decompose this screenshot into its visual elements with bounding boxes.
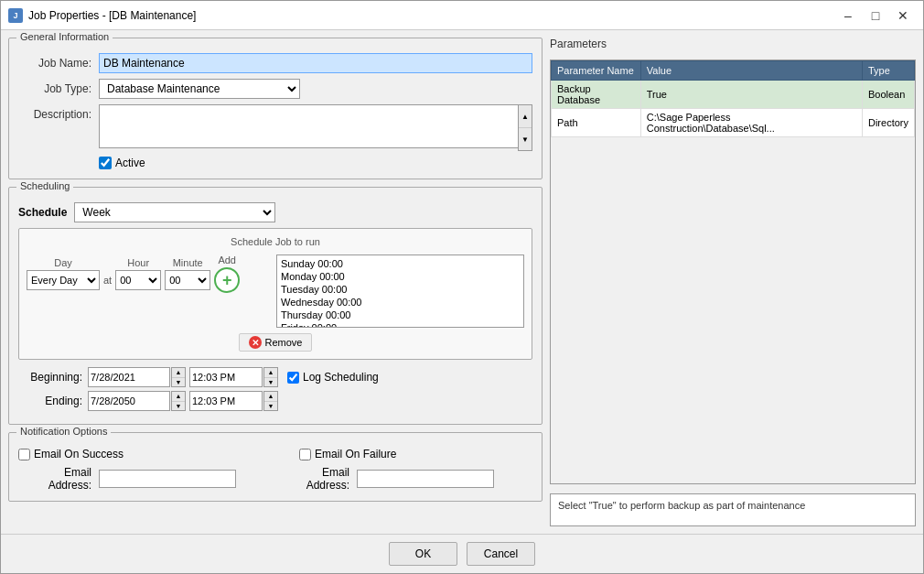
parameters-title: Parameters [550,38,916,50]
list-item: Friday 00:00 [279,321,521,328]
log-scheduling-row: Log Scheduling [287,371,379,384]
minimize-button[interactable]: – [835,5,861,27]
ending-date-up[interactable]: ▲ [172,392,185,401]
app-icon: J [8,8,23,23]
schedule-list[interactable]: Sunday 00:00 Monday 00:00 Tuesday 00:00 … [276,255,524,328]
list-item: Thursday 00:00 [279,309,521,321]
day-label: Day [54,257,72,268]
param-type: Boolean [862,81,914,109]
col-header-type: Type [862,61,914,81]
title-bar: J Job Properties - [DB Maintenance] – □ … [1,1,923,30]
scheduling-group: Scheduling Schedule Week Day Month Sched… [8,187,543,425]
email-on-success-label: Email On Success [34,448,124,460]
desc-scroll-up[interactable]: ▲ [519,105,532,128]
param-name: Backup Database [552,81,641,109]
beginning-time-up[interactable]: ▲ [264,368,277,377]
bottom-bar: OK Cancel [1,534,923,573]
hour-col: Hour 00010203 04050607 08091011 12 [115,257,161,290]
add-schedule-button[interactable]: + [214,267,240,293]
email-address-label-2: Email Address: [276,466,349,492]
col-header-value: Value [640,61,862,81]
description-input[interactable] [99,104,532,148]
email-on-failure-label: Email On Failure [315,448,396,460]
at-label: at [103,275,112,286]
day-select[interactable]: Every Day Sunday Monday Tuesday Wednesda… [27,270,100,290]
active-row: Active [99,157,532,169]
desc-scroll-down[interactable]: ▼ [519,128,532,150]
param-value: C:\Sage Paperless Construction\Database\… [640,109,862,137]
beginning-date-down[interactable]: ▼ [172,377,185,387]
hint-text: Select "True" to perform backup as part … [558,500,805,511]
parameters-table: Parameter Name Value Type Backup Databas… [551,60,915,137]
ending-time-spinner[interactable]: ▲ ▼ [263,391,278,411]
email-on-failure-checkbox[interactable] [299,449,311,460]
list-item: Wednesday 00:00 [279,296,521,309]
email-address-failure-input[interactable] [357,470,494,488]
schedule-label: Schedule [18,206,67,219]
email-on-success-checkbox[interactable] [18,449,30,460]
job-name-input[interactable] [99,53,532,73]
active-checkbox[interactable] [99,157,112,169]
remove-row: ✕ Remove [27,333,524,352]
job-name-row: Job Name: [18,53,532,73]
col-header-name: Parameter Name [552,61,641,81]
maximize-button[interactable]: □ [863,5,888,27]
minute-col: Minute 00153045 [165,257,210,290]
scheduling-title: Scheduling [16,180,73,191]
beginning-label: Beginning: [18,371,82,384]
beginning-date-spinner[interactable]: ▲ ▼ [171,367,186,387]
general-info-title: General Information [16,31,113,42]
job-type-label: Job Type: [18,82,91,95]
minute-label: Minute [173,257,203,268]
ending-label: Ending: [18,395,82,407]
add-btn-col: Add + [214,255,240,293]
ending-time-input[interactable] [189,391,263,411]
remove-icon: ✕ [249,336,262,349]
cancel-button[interactable]: Cancel [467,542,535,566]
schedule-row: Schedule Week Day Month [18,202,532,222]
email-address-success-input[interactable] [99,470,236,488]
close-button[interactable]: ✕ [890,5,916,27]
job-name-label: Job Name: [18,57,91,70]
schedule-inner-title: Schedule Job to run [27,236,524,247]
remove-button[interactable]: ✕ Remove [239,333,313,352]
ending-date-input[interactable] [88,391,170,411]
window-title: Job Properties - [DB Maintenance] [28,9,835,22]
ending-time-up[interactable]: ▲ [264,392,277,401]
description-row: Description: ▲ ▼ [18,104,532,151]
param-value: True [640,81,862,109]
email-address-label-1: Email Address: [18,466,91,492]
hour-select[interactable]: 00010203 04050607 08091011 12 [115,270,161,290]
beginning-date-input[interactable] [88,367,170,387]
notification-checkboxes: Email On Success Email On Failure [18,448,532,460]
beginning-time-down[interactable]: ▼ [264,377,277,387]
minute-select[interactable]: 00153045 [165,270,210,290]
job-type-select[interactable]: Database Maintenance [99,79,300,99]
hint-box: Select "True" to perform backup as part … [550,493,916,526]
email-on-success-item: Email On Success [18,448,124,460]
notification-title: Notification Options [16,426,111,437]
email-addresses-row: Email Address: Email Address: [18,466,532,492]
param-type: Directory [862,109,914,137]
parameters-container: Parameter Name Value Type Backup Databas… [550,60,916,484]
schedule-select[interactable]: Week Day Month [74,202,275,222]
remove-label: Remove [265,337,303,348]
description-label: Description: [18,108,91,121]
beginning-date-up[interactable]: ▲ [172,368,185,377]
ok-button[interactable]: OK [389,542,457,566]
ending-time-down[interactable]: ▼ [264,401,277,411]
ending-date-spinner[interactable]: ▲ ▼ [171,391,186,411]
beginning-time-input[interactable] [189,367,263,387]
ending-date-down[interactable]: ▼ [172,401,185,411]
notification-group: Notification Options Email On Success Em… [8,432,543,502]
schedule-inner: Schedule Job to run Day Every Day Sunday… [18,228,532,360]
table-row[interactable]: Backup Database True Boolean [552,81,915,109]
main-window: J Job Properties - [DB Maintenance] – □ … [0,0,924,574]
list-item: Monday 00:00 [279,270,521,283]
table-row[interactable]: Path C:\Sage Paperless Construction\Data… [552,109,915,137]
main-content: General Information Job Name: Job Type: … [1,30,923,534]
day-col: Day Every Day Sunday Monday Tuesday Wedn… [27,257,100,290]
log-scheduling-checkbox[interactable] [287,372,299,384]
beginning-time-spinner[interactable]: ▲ ▼ [263,367,278,387]
right-panel: Parameters Parameter Name Value Type Bac… [550,38,916,526]
